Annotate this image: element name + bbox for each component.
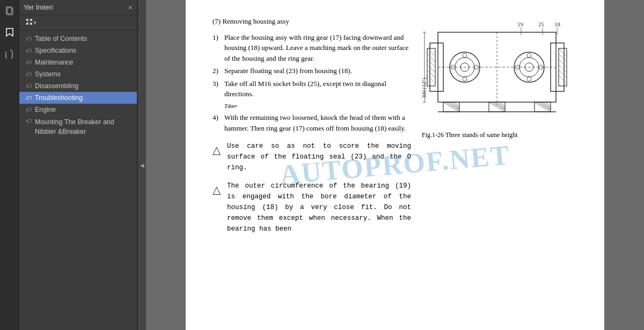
svg-text:25: 25 [538,21,545,27]
svg-line-61 [540,102,551,109]
bookmark-flag-icon: 🏷 [26,71,32,77]
collapse-arrow-icon: ◀ [140,162,144,168]
step-text: T4m• [224,102,411,111]
warning-icon-2: △ [213,182,221,198]
diagram-column: 19 25 18 [422,16,577,242]
svg-line-49 [449,102,459,109]
svg-rect-11 [427,48,435,86]
pages-icon[interactable] [3,4,16,17]
bookmark-item-toc[interactable]: 🏷Table of Contents [19,33,137,45]
step-text: With the remaining two loosened, knock t… [224,112,411,133]
bookmark-flag-icon: 🏷 [26,83,32,89]
bookmarks-icon[interactable] [3,26,16,39]
svg-rect-10 [430,43,443,91]
dropdown-arrow-icon: ▾ [34,20,36,25]
bookmark-label: Maintenance [35,59,74,66]
warning-block-2: △ The outer circumference of the bearing… [213,181,411,234]
bookmark-item-troubleshooting[interactable]: 🏷Troubleshooting [19,92,137,104]
bookmarks-panel: Yer İmleri × ▾ 🏷Table of Contents🏷Specif… [19,0,137,330]
warning-text-2: The outer circumference of the bearing (… [227,181,411,234]
list-item: 1)Place the housing assy with ring gear … [213,32,411,64]
panel-close-button[interactable]: × [128,4,133,11]
svg-point-24 [527,53,531,58]
svg-line-51 [454,102,459,106]
svg-line-53 [489,102,505,112]
svg-line-47 [443,102,459,112]
step-num: 2) [213,66,221,76]
svg-line-37 [427,70,435,78]
page-layout: (7) Removing housing assy 1)Place the ho… [213,16,577,242]
svg-line-59 [535,102,551,112]
panel-header: Yer İmleri × [19,0,137,15]
svg-rect-2 [26,19,28,21]
step-num: 1) [213,32,221,64]
svg-line-63 [545,102,551,106]
toolbar-grid-button[interactable]: ▾ [24,17,39,28]
panel-title: Yer İmleri [24,3,53,11]
svg-line-34 [427,54,435,62]
bookmark-label: Table of Contents [35,35,87,42]
bookmark-flag-icon: 🏷 [26,95,32,101]
step-text: Take off all M16 socket bolts (25), exce… [224,78,411,99]
svg-rect-5 [30,23,32,25]
bookmark-item-engine[interactable]: 🏷Engine [19,104,137,116]
text-column: (7) Removing housing assy 1)Place the ho… [213,16,411,242]
panel-collapse-button[interactable]: ◀ [137,0,146,330]
warning-icon-1: △ [213,142,221,158]
bookmark-list: 🏷Table of Contents🏷Specifications🏷Mainte… [19,31,137,330]
bookmark-label: Engine [35,106,56,113]
warning-block-1: △ Use care so as not to score the moving… [213,141,411,173]
bookmark-flag-icon: 🏷 [26,106,32,113]
svg-line-36 [427,64,435,73]
bookmark-item-specs[interactable]: 🏷Specifications [19,45,137,56]
bookmark-item-disassembling[interactable]: 🏷Disassembling [19,80,137,92]
technical-diagram: 19 25 18 [422,16,572,124]
svg-line-35 [427,59,435,67]
panel-toolbar: ▾ [19,15,137,31]
svg-line-40 [559,48,567,56]
attachment-icon[interactable] [3,47,16,60]
document-page: AUTOPROF.NET (7) Removing housing assy 1… [186,0,604,330]
list-item: T4m• [213,102,411,111]
list-item: 4)With the remaining two loosened, knock… [213,112,411,133]
bookmark-flag-icon: 🏷 [26,118,32,124]
bookmark-item-systems[interactable]: 🏷Systems [19,68,137,80]
svg-line-41 [559,54,567,62]
svg-point-18 [463,77,467,81]
svg-rect-12 [551,43,564,91]
step-text: Place the housing assy with ring gear (1… [224,32,411,64]
page-area: AUTOPROF.NET (7) Removing housing assy 1… [146,0,644,330]
svg-text:18: 18 [554,21,561,27]
bookmark-item-mounting[interactable]: 🏷Mounting The Breaker and Nibbler &Break… [19,116,137,139]
main-content: AUTOPROF.NET (7) Removing housing assy 1… [146,0,644,330]
bookmark-flag-icon: 🏷 [26,47,32,54]
list-item: 3)Take off all M16 socket bolts (25), ex… [213,78,411,99]
svg-line-45 [559,75,566,82]
svg-line-33 [427,48,435,56]
icon-rail [0,0,19,330]
bookmark-flag-icon: 🏷 [26,35,32,42]
svg-line-44 [559,70,567,78]
svg-rect-13 [559,48,567,86]
steps-list: 1)Place the housing assy with ring gear … [213,32,411,134]
svg-text:19: 19 [517,21,524,27]
list-item: 2)Separate floating seal (23) from housi… [213,66,411,76]
svg-rect-4 [26,23,28,25]
svg-line-38 [427,75,434,82]
svg-point-17 [463,53,467,58]
warning-text-1: Use care so as not to score the moving s… [227,141,411,173]
doc-content: (7) Removing housing assy 1)Place the ho… [213,16,577,242]
bookmark-flag-icon: 🏷 [26,59,32,66]
svg-text:300 (12"): 300 (12") [422,78,428,98]
svg-line-42 [559,59,567,67]
step-num: 4) [213,112,221,133]
bookmark-label: Mounting The Breaker and Nibbler &Breake… [35,118,130,137]
step-num: 3) [213,78,221,99]
bookmark-item-maintenance[interactable]: 🏷Maintenance [19,56,137,68]
svg-line-43 [559,64,567,73]
diagram-caption: Fig.1-26 Three stands of same height [422,130,577,140]
svg-rect-3 [30,19,32,21]
section-header: (7) Removing housing assy [213,16,411,27]
svg-line-55 [494,102,505,109]
svg-point-25 [527,77,531,81]
